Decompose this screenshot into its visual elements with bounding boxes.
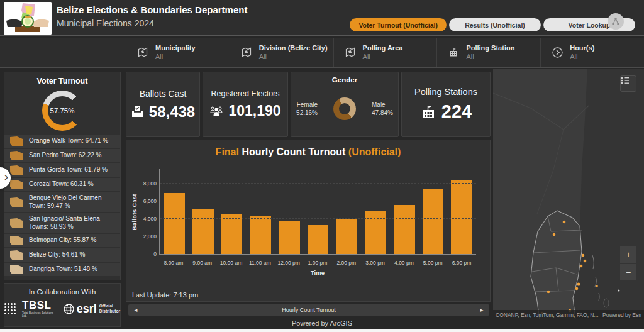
filter-value: All — [570, 53, 594, 60]
gender-male-label: Male47.84% — [372, 101, 393, 117]
turnout-item-label: Belize City: 54.61 % — [29, 251, 86, 259]
sidebar-title: Voter Turnout — [4, 72, 120, 86]
globe-icon — [64, 304, 74, 314]
turnout-list-item[interactable]: San Ignacio/ Santa Elena Towns: 58.93 % — [4, 213, 120, 233]
header-tabs: Voter Turnout (Unofficial) Results (Unof… — [350, 18, 635, 31]
filter-value: All — [259, 53, 328, 60]
filter-label: Municipality — [155, 44, 196, 52]
tab-results[interactable]: Results (Unofficial) — [449, 18, 541, 31]
ballot-box-icon — [131, 105, 144, 118]
filter-label: Polling Area — [363, 44, 403, 52]
bar[interactable] — [192, 209, 214, 254]
map-view[interactable]: + − CONANP, Esri, TomTom, Garmin, FAO, N… — [493, 69, 644, 319]
bar[interactable] — [164, 193, 185, 254]
registered-electors-label: Registered Electors — [211, 89, 279, 98]
bar[interactable] — [308, 225, 329, 254]
share-button[interactable] — [608, 13, 624, 30]
chart-x-axis-label: Time — [159, 269, 476, 276]
gender-donut-chart — [333, 97, 356, 120]
bar[interactable] — [365, 211, 386, 254]
leader-line — [321, 109, 330, 109]
turnout-list-item[interactable]: Dangriga Town: 51.48 % — [4, 263, 120, 276]
gridline — [160, 183, 476, 184]
filter-division[interactable]: Division (Belize City)All — [230, 38, 333, 67]
y-tick-label: 0 — [153, 251, 157, 257]
turnout-item-label: San Ignacio/ Santa Elena Towns: 58.93 % — [29, 215, 116, 231]
turnout-list-item[interactable]: Belize City: 54.61 % — [4, 248, 120, 262]
bar-slot — [160, 169, 189, 254]
department-logo — [4, 2, 52, 35]
x-tick-label: 11:00 am — [245, 260, 274, 266]
legend-list-icon — [621, 76, 630, 85]
tab-voter-turnout[interactable]: Voter Turnout (Unofficial) — [350, 18, 447, 31]
map-legend-button[interactable] — [620, 75, 636, 92]
bar[interactable] — [221, 214, 242, 254]
map-zoom-in-button[interactable]: + — [620, 246, 636, 263]
registered-electors-card: Registered Electors 101,190 — [203, 72, 288, 137]
bar-slot — [361, 169, 390, 254]
area-shape-icon — [10, 265, 23, 274]
tbsl-logo-icon — [4, 303, 16, 315]
x-tick-label: 2:00 pm — [332, 260, 361, 266]
filter-label: Hour(s) — [570, 44, 594, 52]
bar-slot — [246, 169, 275, 254]
turnout-list-item[interactable]: San Pedro Town: 62.22 % — [4, 149, 120, 162]
x-tick-label: 9:00 am — [188, 260, 217, 266]
tbsl-logo: TBSL Total Business Solutions Ltd. — [22, 300, 58, 318]
turnout-item-label: Corozal Town: 60.31 % — [29, 180, 94, 189]
bar[interactable] — [336, 219, 357, 254]
chevron-right-icon: › — [4, 170, 8, 184]
turnout-item-label: Orange Walk Town: 64.71 % — [29, 137, 108, 145]
bar[interactable] — [423, 189, 444, 254]
map-icon — [344, 46, 357, 58]
map-icon — [240, 46, 253, 58]
chart-title: Final Hourly Count Turnout (Unofficial) — [126, 140, 490, 158]
turnout-list-item[interactable]: Punta Gorda Town: 61.79 % — [4, 163, 120, 177]
turnout-list-item[interactable]: Belmopan City: 55.87 % — [4, 234, 120, 247]
app-subtitle: Municipal Elections 2024 — [57, 18, 154, 28]
filter-polling-area[interactable]: Polling AreaAll — [333, 38, 437, 67]
turnout-list-item[interactable]: Corozal Town: 60.31 % — [4, 178, 120, 191]
x-tick-label: 4:00 pm — [390, 260, 419, 266]
bar[interactable] — [279, 221, 300, 254]
filter-value: All — [155, 53, 196, 60]
powered-by-arcgis: Powered by ArcGIS — [292, 319, 352, 327]
x-tick-label: 8:00 am — [159, 260, 188, 266]
header: Belize Elections & Boundaries Department… — [0, 0, 644, 36]
voter-turnout-panel: Voter Turnout 57.75% Orange Walk Town: 6… — [4, 72, 121, 280]
bar-series — [160, 169, 476, 254]
map-zoom-out-button[interactable]: − — [620, 264, 636, 280]
clock-icon — [551, 46, 564, 58]
bar-slot — [217, 169, 246, 254]
bottom-strip — [0, 329, 644, 332]
ballots-cast-label: Ballots Cast — [140, 89, 187, 99]
filter-municipality[interactable]: MunicipalityAll — [126, 38, 230, 67]
filter-polling-station[interactable]: Polling StationAll — [436, 38, 540, 67]
pager-left-icon[interactable]: ◄ — [133, 307, 138, 313]
gridline — [160, 218, 476, 219]
pager-right-icon[interactable]: ► — [479, 307, 484, 313]
ballots-cast-value: 58,438 — [149, 103, 195, 121]
polling-stations-label: Polling Stations — [414, 87, 477, 97]
polling-stations-card: Polling Stations 224 — [401, 72, 491, 137]
filter-hours[interactable]: Hour(s)All — [540, 38, 644, 67]
turnout-list-item[interactable]: Orange Walk Town: 64.71 % — [4, 135, 120, 148]
bar[interactable] — [451, 180, 472, 254]
area-shape-icon — [10, 136, 23, 146]
x-tick-label: 3:00 pm — [361, 260, 390, 266]
turnout-list-item[interactable]: Benque Viejo Del Carmen Town: 59.47 % — [4, 192, 120, 212]
bar[interactable] — [394, 205, 415, 254]
footer: Powered by ArcGIS — [0, 317, 644, 329]
bar-slot — [447, 169, 476, 254]
hourly-chart-panel: Final Hourly Count Turnout (Unofficial) … — [126, 140, 491, 302]
polling-stations-value: 224 — [441, 101, 472, 122]
turnout-item-label: San Pedro Town: 62.22 % — [29, 152, 101, 160]
filter-spacer — [0, 38, 126, 67]
bar-slot — [304, 169, 333, 254]
app-title: Belize Elections & Boundaries Department — [57, 4, 247, 15]
map-icon — [136, 46, 149, 58]
last-update-text: Last Update: 7:13 pm — [132, 291, 198, 299]
x-tick-label: 5:00 pm — [418, 260, 447, 266]
x-tick-label: 10:00 am — [217, 260, 246, 266]
ballots-cast-card: Ballots Cast 58,438 — [126, 72, 200, 137]
